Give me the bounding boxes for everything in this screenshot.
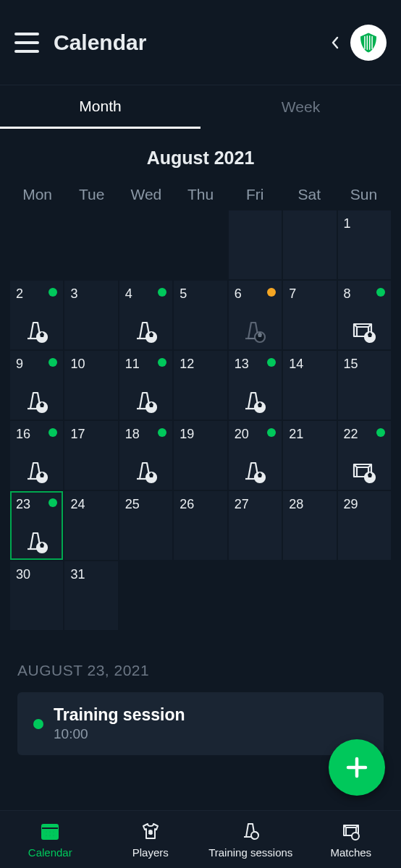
- day-number: 4: [125, 286, 132, 302]
- main-content: August 2021 MonTueWedThuFriSatSun 123456…: [0, 129, 401, 868]
- nav-label: Players: [132, 846, 169, 859]
- day-number: 13: [235, 357, 249, 372]
- add-button[interactable]: [329, 739, 385, 796]
- calendar-cell-empty: [283, 561, 336, 630]
- calendar-cell[interactable]: 19: [174, 421, 227, 490]
- calendar-icon: [40, 821, 60, 843]
- calendar-cell[interactable]: 6: [229, 281, 282, 349]
- nav-matches[interactable]: Matches: [301, 811, 402, 868]
- calendar-cell[interactable]: 2: [10, 281, 63, 349]
- svg-point-30: [49, 834, 51, 836]
- svg-point-31: [53, 834, 55, 836]
- calendar-cell[interactable]: 18: [119, 421, 172, 490]
- calendar-cell[interactable]: 12: [174, 351, 227, 420]
- svg-point-27: [49, 830, 51, 833]
- training-cone-icon: [24, 391, 50, 414]
- calendar-cell-empty: [283, 210, 336, 279]
- event-status-dot: [33, 719, 43, 729]
- calendar-cell[interactable]: 22: [338, 421, 391, 490]
- calendar-cell[interactable]: 8: [338, 281, 391, 349]
- calendar-cell[interactable]: 27: [229, 491, 282, 560]
- day-number: 14: [289, 357, 303, 372]
- weekday-label: Sun: [337, 186, 391, 203]
- weekday-label: Sat: [282, 186, 337, 203]
- day-number: 24: [70, 497, 85, 512]
- status-dot: [267, 358, 276, 367]
- calendar-cell[interactable]: 28: [283, 491, 336, 560]
- day-number: 31: [70, 567, 85, 582]
- calendar-cell[interactable]: 7: [283, 281, 336, 349]
- status-dot: [376, 288, 385, 297]
- calendar-cell[interactable]: 25: [119, 491, 172, 560]
- selected-day-heading: AUGUST 23, 2021: [17, 662, 384, 679]
- chevron-left-icon[interactable]: [330, 35, 340, 50]
- nav-players[interactable]: 3 Players: [101, 811, 201, 868]
- day-number: 12: [180, 357, 194, 372]
- nav-label: Matches: [330, 846, 371, 859]
- day-number: 20: [235, 427, 249, 442]
- calendar-cell[interactable]: 16: [10, 421, 63, 490]
- calendar-cell[interactable]: 31: [64, 561, 117, 630]
- training-cone-icon: [24, 461, 50, 484]
- day-number: 25: [125, 497, 140, 512]
- status-dot: [376, 428, 385, 437]
- event-card[interactable]: Training session 10:00: [17, 692, 384, 755]
- training-cone-icon: [24, 531, 50, 554]
- calendar-cell[interactable]: 20: [229, 421, 282, 490]
- calendar-cell[interactable]: 23: [10, 491, 63, 560]
- team-avatar[interactable]: [350, 25, 387, 61]
- calendar-cell[interactable]: 15: [338, 351, 391, 420]
- calendar-cell[interactable]: 24: [64, 491, 117, 560]
- calendar-cell-empty: [174, 561, 227, 630]
- calendar-cell[interactable]: 14: [283, 351, 336, 420]
- day-number: 7: [289, 286, 296, 302]
- training-cone-icon: [133, 320, 159, 344]
- calendar-cell-empty: [119, 561, 172, 630]
- calendar-cell[interactable]: 3: [64, 281, 117, 349]
- calendar-cell[interactable]: 5: [174, 281, 227, 349]
- menu-icon[interactable]: [14, 33, 39, 53]
- header-right: [330, 25, 387, 61]
- training-cone-icon: [133, 461, 159, 484]
- calendar-cell[interactable]: 21: [283, 421, 336, 490]
- page-title: Calendar: [54, 30, 330, 55]
- event-time: 10:00: [54, 726, 185, 742]
- day-number: 11: [125, 357, 140, 372]
- day-number: 18: [125, 427, 140, 442]
- calendar-cell[interactable]: 9: [10, 351, 63, 420]
- training-cone-icon: [242, 320, 268, 344]
- nav-label: Calendar: [28, 846, 72, 859]
- status-dot: [267, 288, 276, 297]
- calendar-cell[interactable]: 17: [64, 421, 117, 490]
- app-header: Calendar: [0, 0, 401, 85]
- day-number: 17: [70, 427, 85, 442]
- calendar-cell[interactable]: 11: [119, 351, 172, 420]
- status-dot: [158, 358, 166, 367]
- training-cone-icon: [24, 320, 50, 344]
- month-label: August 2021: [0, 148, 401, 169]
- calendar-cell[interactable]: 30: [10, 561, 63, 630]
- day-number: 26: [180, 497, 194, 512]
- nav-training[interactable]: Training sessions: [200, 811, 301, 868]
- calendar-cell-empty: [229, 210, 282, 279]
- calendar-cell[interactable]: 10: [64, 351, 117, 420]
- tab-month[interactable]: Month: [0, 85, 200, 129]
- goal-icon: [341, 821, 361, 843]
- calendar-cell[interactable]: 13: [229, 351, 282, 420]
- weekday-label: Fri: [228, 186, 282, 203]
- day-number: 2: [16, 286, 23, 302]
- goal-icon: [351, 461, 377, 484]
- status-dot: [48, 498, 57, 507]
- view-tabs: Month Week: [0, 85, 401, 129]
- calendar-cell[interactable]: 1: [338, 210, 391, 279]
- calendar-cell[interactable]: 4: [119, 281, 172, 349]
- day-number: 1: [344, 216, 351, 231]
- nav-calendar[interactable]: Calendar: [0, 811, 101, 868]
- tab-week[interactable]: Week: [200, 85, 401, 129]
- weekday-label: Thu: [173, 186, 227, 203]
- calendar-cell[interactable]: 29: [338, 491, 391, 560]
- svg-point-29: [46, 834, 48, 836]
- training-cone-icon: [133, 391, 159, 414]
- calendar-cell[interactable]: 26: [174, 491, 227, 560]
- calendar-cell-empty: [229, 561, 282, 630]
